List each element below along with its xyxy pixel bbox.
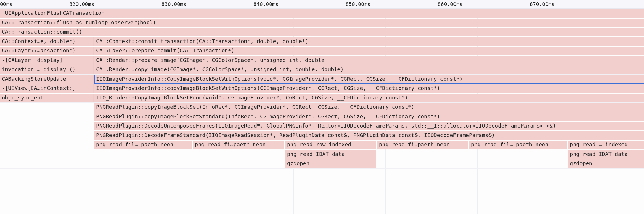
flame-row: png_read_fil…_paeth_neonpng_read_fi…paet… <box>0 140 644 150</box>
flame-row: -[CALayer _display]CA::Render::prepare_i… <box>0 56 644 65</box>
ruler-tick: 850.00ms <box>346 1 371 7</box>
flame-frame[interactable]: IIO_Reader::CopyImageBlockSetProc(void*,… <box>94 94 644 102</box>
flame-row: CABackingStoreUpdate_IIOImageProviderInf… <box>0 75 644 84</box>
flame-frame[interactable]: png_read_fil…_paeth_neon <box>469 141 567 149</box>
flame-frame[interactable]: gzdopen <box>568 159 644 168</box>
flame-row: -[UIView(CA…inContext:]IIOImageProviderI… <box>0 84 644 93</box>
flame-frame[interactable]: CA::Render::prepare_image(CGImage*, CGCo… <box>94 56 644 65</box>
flame-frame[interactable]: CA::Layer::prepare_commit(CA::Transactio… <box>94 47 644 55</box>
flame-frame[interactable]: gzdopen <box>285 159 376 168</box>
ruler-tick: 00ms <box>0 1 12 7</box>
flame-row: objc_sync_enterIIO_Reader::CopyImageBloc… <box>0 93 644 103</box>
flame-frame[interactable]: PNGReadPlugin::DecodeUncomposedFrames(II… <box>94 122 644 130</box>
flame-frame[interactable]: invocation …:display_() <box>0 65 94 74</box>
flame-frame[interactable]: png_read_fi…paeth_neon <box>377 141 468 149</box>
flame-row: PNGReadPlugin::DecodeUncomposedFrames(II… <box>0 121 644 131</box>
flame-frame[interactable]: CA::Layer::…ansaction*) <box>0 47 94 55</box>
flame-frame[interactable]: png_read_IDAT_data <box>568 150 644 159</box>
flame-frame[interactable]: IIOImageProviderInfo::CopyImageBlockSetW… <box>94 75 644 84</box>
flame-frame[interactable]: IIOImageProviderInfo::copyImageBlockSetW… <box>94 84 644 93</box>
flame-frame[interactable]: -[CALayer _display] <box>0 56 94 65</box>
flame-frame[interactable]: objc_sync_enter <box>0 94 94 102</box>
flame-frame[interactable]: CA::Context…e, double*) <box>0 37 94 46</box>
flame-row: png_read_IDAT_datapng_read_IDAT_data <box>0 150 644 159</box>
flame-row: gzdopengzdopen <box>0 159 644 169</box>
flame-frame[interactable]: png_read_row_indexed <box>285 141 376 149</box>
flame-frame[interactable]: _UIApplicationFlushCATransaction <box>0 9 644 18</box>
ruler-tick: 820.00ms <box>69 1 94 7</box>
flame-rows: _UIApplicationFlushCATransactionCA::Tran… <box>0 9 644 169</box>
flame-frame[interactable]: CABackingStoreUpdate_ <box>0 75 94 84</box>
flame-row: PNGReadPlugin::DecodeFrameStandard(IIOIm… <box>0 131 644 141</box>
flame-row: PNGReadPlugin::copyImageBlockSet(InfoRec… <box>0 103 644 112</box>
flame-frame[interactable]: PNGReadPlugin::copyImageBlockSetStandard… <box>94 112 644 121</box>
flame-frame[interactable]: png_read_…_indexed <box>568 141 644 149</box>
flame-frame[interactable]: png_read_fi…paeth_neon <box>193 141 284 149</box>
flame-frame[interactable]: CA::Transaction::flush_as_runloop_observ… <box>0 19 644 27</box>
flame-row: PNGReadPlugin::copyImageBlockSetStandard… <box>0 112 644 122</box>
time-ruler: 00ms820.00ms830.00ms840.00ms850.00ms860.… <box>0 0 644 9</box>
flame-frame[interactable]: png_read_fil…_paeth_neon <box>94 141 192 149</box>
flame-frame[interactable]: -[UIView(CA…inContext:] <box>0 84 94 93</box>
flame-row: _UIApplicationFlushCATransaction <box>0 9 644 18</box>
flame-row: CA::Context…e, double*)CA::Context::comm… <box>0 37 644 47</box>
flame-frame[interactable]: CA::Transaction::commit() <box>0 28 644 36</box>
ruler-tick: 840.00ms <box>253 1 279 7</box>
flame-row: CA::Transaction::flush_as_runloop_observ… <box>0 18 644 28</box>
flame-row: CA::Layer::…ansaction*)CA::Layer::prepar… <box>0 46 644 56</box>
flame-frame[interactable]: CA::Context::commit_transaction(CA::Tran… <box>94 37 644 46</box>
flame-row: invocation …:display_()CA::Render::copy_… <box>0 65 644 75</box>
ruler-tick: 870.00ms <box>530 1 555 7</box>
flame-frame[interactable]: PNGReadPlugin::DecodeFrameStandard(IIOIm… <box>94 131 644 140</box>
ruler-tick: 860.00ms <box>438 1 463 7</box>
ruler-tick: 830.00ms <box>161 1 186 7</box>
flame-row: CA::Transaction::commit() <box>0 27 644 37</box>
flame-frame[interactable]: png_read_IDAT_data <box>285 150 376 159</box>
flame-frame[interactable]: CA::Render::copy_image(CGImage*, CGColor… <box>94 65 644 74</box>
flame-frame[interactable]: PNGReadPlugin::copyImageBlockSet(InfoRec… <box>94 103 644 112</box>
